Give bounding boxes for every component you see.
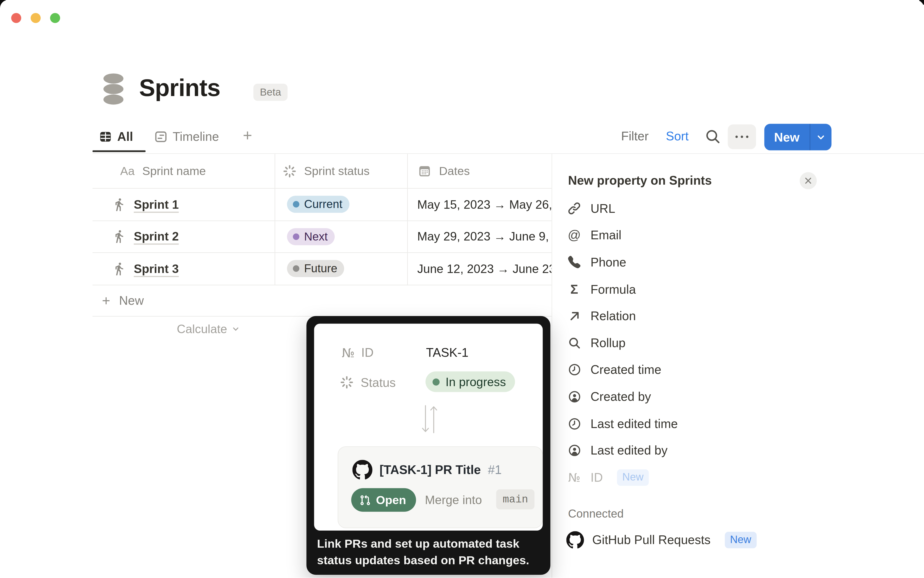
person-icon [566, 390, 582, 403]
column-header-sprint-name[interactable]: Aa Sprint name [92, 154, 275, 188]
calendar-icon [418, 164, 431, 178]
database-icon[interactable] [101, 73, 125, 105]
cell-sprint-status[interactable]: Next [275, 221, 408, 252]
github-integration-promo-card: № ID TASK-1 Status In progress [306, 316, 550, 575]
tab-timeline-label: Timeline [173, 130, 219, 144]
tab-all[interactable]: All [99, 124, 133, 150]
person-icon [566, 444, 582, 457]
arrow-up-right-icon [566, 310, 582, 323]
property-item-rollup[interactable]: Rollup [566, 330, 896, 357]
status-badge: Current [287, 196, 350, 213]
column-header-dates[interactable]: Dates [408, 154, 552, 188]
status-dot [293, 266, 299, 272]
status-badge: Future [287, 260, 344, 277]
github-icon [352, 460, 372, 480]
zoom-window-button[interactable] [50, 13, 60, 23]
tab-timeline[interactable]: Timeline [154, 124, 219, 150]
promo-inner-card: № ID TASK-1 Status In progress [314, 323, 543, 531]
tab-all-label: All [117, 130, 133, 144]
sort-button[interactable]: Sort [666, 129, 689, 143]
page-title[interactable]: Sprints [139, 75, 220, 102]
property-item-last-edited-time[interactable]: Last edited time [566, 410, 896, 437]
sprint-name-link[interactable]: Sprint 1 [134, 197, 179, 212]
table-header-row: Aa Sprint name Sprint status [92, 154, 551, 188]
notion-window: Sprints Beta All [0, 0, 924, 578]
cell-sprint-name[interactable]: Sprint 1 [92, 189, 275, 220]
property-item-email[interactable]: @ Email [566, 222, 896, 249]
runner-icon [112, 230, 126, 244]
pr-title: [TASK-1] PR Title [379, 463, 481, 477]
table-row: Sprint 2 Next May 29, 2023 → June 9, 202… [92, 221, 551, 253]
add-view-button[interactable]: + [239, 123, 256, 149]
text-property-icon: Aa [120, 164, 135, 178]
sprint-name-link[interactable]: Sprint 3 [134, 262, 179, 276]
search-icon[interactable] [705, 128, 721, 144]
new-record-label[interactable]: New [764, 124, 809, 150]
table-row: Sprint 1 Current May 15, 2023 → May 26, … [92, 189, 551, 221]
numero-icon: № [342, 346, 355, 360]
property-item-relation[interactable]: Relation [566, 303, 896, 330]
sigma-icon: Σ [566, 282, 582, 297]
id-field-value: TASK-1 [426, 346, 468, 360]
cell-sprint-name[interactable]: Sprint 2 [92, 221, 275, 252]
pr-open-badge: Open [351, 488, 416, 512]
status-dot [293, 234, 299, 240]
cell-dates[interactable]: May 15, 2023 → May 26, 2023 [408, 189, 552, 220]
new-record-button[interactable]: New [764, 124, 832, 150]
merge-into-label: Merge into [425, 493, 482, 507]
table-row: Sprint 3 Future June 12, 2023 → June 23,… [92, 253, 551, 285]
new-badge: New [725, 531, 757, 548]
add-row-button[interactable]: + New [92, 285, 551, 317]
property-item-id[interactable]: № ID New [566, 464, 896, 491]
at-icon: @ [566, 228, 582, 243]
add-row-label: New [119, 294, 144, 308]
property-type-list: URL @ Email Phone Σ Formula [566, 195, 896, 554]
new-property-panel: New property on Sprints URL @ [551, 154, 924, 578]
close-window-button[interactable] [11, 13, 21, 23]
cell-sprint-status[interactable]: Current [275, 189, 408, 220]
property-item-created-time[interactable]: Created time [566, 357, 896, 383]
chevron-down-icon [232, 325, 240, 333]
property-item-url[interactable]: URL [566, 195, 896, 222]
filter-button[interactable]: Filter [621, 129, 648, 143]
cell-sprint-name[interactable]: Sprint 3 [92, 253, 275, 284]
property-item-formula[interactable]: Σ Formula [566, 276, 896, 303]
close-icon [804, 176, 812, 185]
status-spinner-icon [283, 164, 297, 178]
phone-icon [566, 256, 582, 268]
beta-badge: Beta [253, 84, 287, 101]
new-badge: New [617, 469, 649, 486]
sprints-table: Aa Sprint name Sprint status [92, 154, 551, 316]
status-spinner-icon [340, 375, 354, 389]
ellipsis-icon [735, 136, 738, 138]
sync-arrows-icon [421, 405, 438, 434]
chevron-down-icon[interactable] [810, 124, 832, 150]
clock-icon [566, 363, 582, 376]
window-controls [11, 13, 60, 23]
property-item-last-edited-by[interactable]: Last edited by [566, 437, 896, 464]
close-panel-button[interactable] [799, 172, 817, 189]
connected-item-github-pull-requests[interactable]: GitHub Pull Requests New [566, 526, 896, 554]
runner-icon [112, 197, 126, 212]
property-item-phone[interactable]: Phone [566, 249, 896, 276]
promo-caption: Link PRs and set up automated task statu… [317, 536, 542, 568]
minimize-window-button[interactable] [31, 13, 41, 23]
timeline-view-icon [154, 130, 167, 143]
github-pr-card: [TASK-1] PR Title #1 Open Merge into mai… [337, 446, 543, 528]
calculate-label: Calculate [177, 322, 227, 336]
cell-sprint-status[interactable]: Future [275, 253, 408, 284]
numero-icon: № [566, 471, 582, 485]
calculate-dropdown[interactable]: Calculate [177, 322, 240, 336]
sprint-name-link[interactable]: Sprint 2 [134, 230, 179, 244]
column-header-sprint-status[interactable]: Sprint status [275, 154, 408, 188]
cell-dates[interactable]: May 29, 2023 → June 9, 2023 [408, 221, 552, 252]
status-badge-in-progress: In progress [425, 372, 515, 392]
branch-chip: main [496, 489, 535, 510]
link-icon [566, 202, 582, 215]
property-item-created-by[interactable]: Created by [566, 383, 896, 410]
cell-dates[interactable]: June 12, 2023 → June 23, 2023 [408, 253, 552, 284]
more-options-button[interactable] [728, 125, 756, 149]
id-field-label: ID [361, 346, 373, 360]
git-pull-request-icon [360, 494, 371, 505]
plus-icon: + [102, 294, 110, 308]
